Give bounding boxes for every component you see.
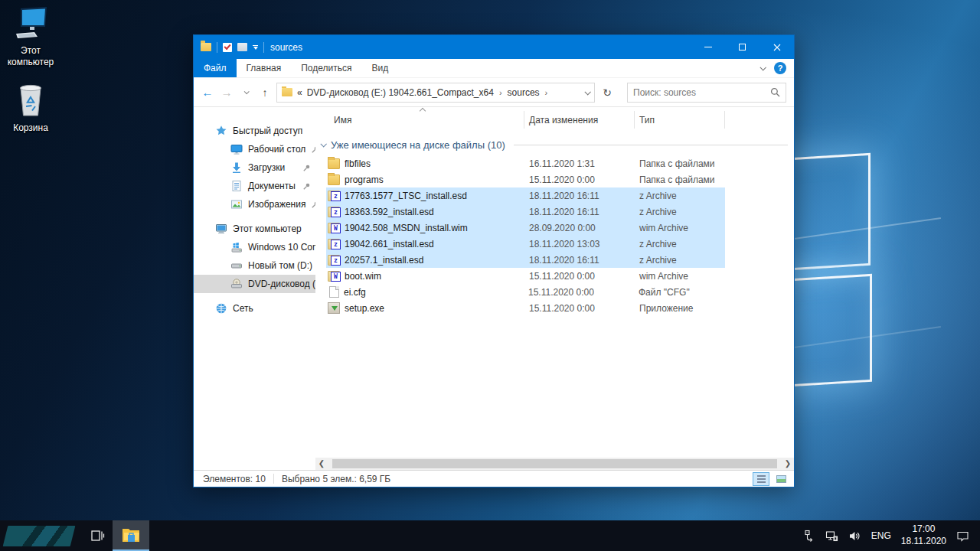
recycle-bin-icon <box>14 80 47 120</box>
column-header-date[interactable]: Дата изменения <box>524 111 635 129</box>
status-bar: Элементов: 10 Выбрано 5 элем.: 6,59 ГБ <box>194 470 794 487</box>
tab-share[interactable]: Поделиться <box>291 59 361 77</box>
this-pc-icon <box>215 223 227 235</box>
file-row[interactable]: 20257.1_install.esd18.11.2020 16:11z Arc… <box>326 252 725 268</box>
sidebar-item-drive[interactable]: Новый том (D:) <box>194 256 315 275</box>
forward-button[interactable]: → <box>219 83 234 102</box>
details-view-button[interactable] <box>753 472 769 486</box>
sidebar-item-this-pc[interactable]: Этот компьютер <box>194 220 315 238</box>
file-row[interactable]: ei.cfg15.11.2020 0:00Файл "CFG" <box>326 284 725 300</box>
file-row[interactable]: boot.wim15.11.2020 0:00wim Archive <box>326 268 725 284</box>
navigation-pane: Быстрый доступРабочий столЗагрузкиДокуме… <box>194 107 315 470</box>
group-header[interactable]: Уже имеющиеся на диске файлы (10) <box>321 139 788 151</box>
address-bar[interactable]: « DVD-дисковод (E:) 19042.661_Compact_x6… <box>276 83 595 103</box>
up-button[interactable]: ↑ <box>257 83 273 102</box>
breadcrumb-overflow[interactable]: « <box>297 87 302 98</box>
desktop-icon-this-pc[interactable]: Этот компьютер <box>3 6 58 68</box>
volume-icon[interactable] <box>848 530 861 543</box>
archive-icon <box>328 223 340 233</box>
selection-info: Выбрано 5 элем.: 6,59 ГБ <box>282 474 390 484</box>
taskbar-explorer-button[interactable] <box>113 520 149 551</box>
file-date: 16.11.2020 1:31 <box>524 158 635 169</box>
file-type: Файл "CFG" <box>634 287 724 298</box>
customize-qat-icon[interactable] <box>253 45 258 50</box>
help-button[interactable]: ? <box>774 62 786 74</box>
new-folder-icon[interactable] <box>237 43 247 51</box>
network-icon[interactable] <box>825 530 838 543</box>
maximize-button[interactable] <box>725 35 760 59</box>
sidebar-item-quick-access[interactable]: Быстрый доступ <box>194 122 315 140</box>
breadcrumb-segment[interactable]: DVD-дисковод (E:) 19042.661_Compact_x64 <box>307 87 494 98</box>
file-date: 15.11.2020 0:00 <box>524 271 635 282</box>
file-date: 28.09.2020 0:00 <box>524 223 635 233</box>
language-indicator[interactable]: ENG <box>871 530 891 541</box>
sidebar-item-label: Загрузки <box>248 162 285 173</box>
file-row[interactable]: flbfiles16.11.2020 1:31Папка с файлами <box>326 155 725 171</box>
usb-icon[interactable] <box>802 530 815 543</box>
scroll-left-icon[interactable]: ❮ <box>315 458 328 470</box>
start-button[interactable] <box>3 526 76 546</box>
tab-view[interactable]: Вид <box>361 59 398 77</box>
address-dropdown-icon[interactable] <box>584 89 590 95</box>
breadcrumb-chevron-icon[interactable]: › <box>544 88 549 97</box>
file-name: 19042.508_MSDN_install.wim <box>345 223 524 233</box>
sidebar-item-drive-windows[interactable]: Windows 10 Compa <box>194 238 315 256</box>
column-header-name[interactable]: Имя <box>315 111 524 129</box>
horizontal-scrollbar[interactable]: ❮ ❯ <box>315 458 794 470</box>
minimize-button[interactable] <box>691 35 725 59</box>
refresh-icon[interactable]: ↻ <box>599 83 616 102</box>
close-button[interactable] <box>760 35 794 59</box>
group-header-label: Уже имеющиеся на диске файлы (10) <box>331 139 505 151</box>
search-input[interactable] <box>633 87 770 98</box>
sidebar-item-dvd-drive[interactable]: DVD-дисковод (E:) <box>194 275 315 293</box>
tab-file[interactable]: Файл <box>194 59 237 77</box>
quick-access-toolbar <box>194 42 264 53</box>
scroll-right-icon[interactable]: ❯ <box>782 458 794 470</box>
action-center-icon[interactable] <box>956 530 969 543</box>
pin-icon <box>302 182 311 191</box>
separator <box>217 42 217 53</box>
breadcrumb-chevron-icon[interactable]: › <box>498 88 503 97</box>
sidebar-item-desktop[interactable]: Рабочий стол <box>194 140 315 158</box>
back-button[interactable]: ← <box>200 83 215 102</box>
downloads-icon <box>230 161 243 174</box>
file-date: 18.11.2020 16:11 <box>524 207 635 217</box>
file-row[interactable]: 17763.1577_LTSC_install.esd18.11.2020 16… <box>326 187 725 204</box>
title-bar[interactable]: sources <box>194 35 794 59</box>
properties-icon[interactable] <box>223 43 232 52</box>
sidebar-item-network[interactable]: Сеть <box>194 299 315 318</box>
collapse-group-icon[interactable] <box>320 141 326 147</box>
thumbnails-view-button[interactable] <box>773 472 789 486</box>
system-tray: ENG 17:00 18.11.2020 <box>802 523 980 547</box>
sidebar-item-label: Документы <box>248 181 296 191</box>
tab-home[interactable]: Главная <box>237 59 292 77</box>
file-row[interactable]: 19042.661_install.esd18.11.2020 13:03z A… <box>326 236 725 252</box>
clock-time: 17:00 <box>901 523 946 536</box>
file-type: z Archive <box>635 191 725 201</box>
column-header-type[interactable]: Тип <box>635 111 725 129</box>
desktop-icon-recycle-bin[interactable]: Корзина <box>3 80 58 134</box>
sidebar-item-pictures[interactable]: Изображения <box>194 195 315 214</box>
drive-icon <box>230 259 243 272</box>
file-row[interactable]: 19042.508_MSDN_install.wim28.09.2020 0:0… <box>326 220 725 236</box>
file-row[interactable]: setup.exe15.11.2020 0:00Приложение <box>326 300 725 316</box>
file-row[interactable]: 18363.592_install.esd18.11.2020 16:11z A… <box>326 204 725 220</box>
file-name: flbfiles <box>345 158 524 169</box>
file-type: wim Archive <box>635 271 725 282</box>
file-type: Приложение <box>635 303 725 314</box>
file-name: 20257.1_install.esd <box>345 255 524 266</box>
sidebar-item-documents[interactable]: Документы <box>194 177 315 195</box>
drive-windows-icon <box>230 241 243 253</box>
file-row[interactable]: programs15.11.2020 0:00Папка с файлами <box>326 171 725 187</box>
expand-ribbon-icon[interactable] <box>760 64 766 70</box>
recent-locations-icon[interactable] <box>238 83 253 102</box>
taskbar-clock[interactable]: 17:00 18.11.2020 <box>901 523 946 547</box>
search-icon[interactable] <box>770 87 780 97</box>
sidebar-item-downloads[interactable]: Загрузки <box>194 158 315 177</box>
sidebar-item-label: Рабочий стол <box>248 144 305 155</box>
task-view-button[interactable] <box>82 520 113 551</box>
archive-icon <box>328 191 340 201</box>
breadcrumb-segment[interactable]: sources <box>508 87 540 98</box>
scrollbar-thumb[interactable] <box>332 459 777 468</box>
file-list-pane: Имя Дата изменения Тип Уже имеющиеся на … <box>315 107 794 470</box>
